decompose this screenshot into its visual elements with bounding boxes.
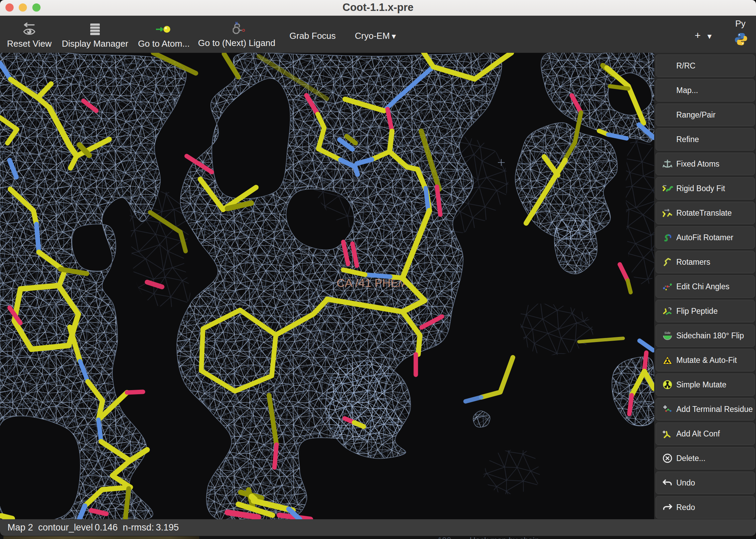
svg-text:O: O [242,28,245,32]
svg-text:N: N [235,21,238,25]
svg-text:Side: Side [664,331,671,335]
